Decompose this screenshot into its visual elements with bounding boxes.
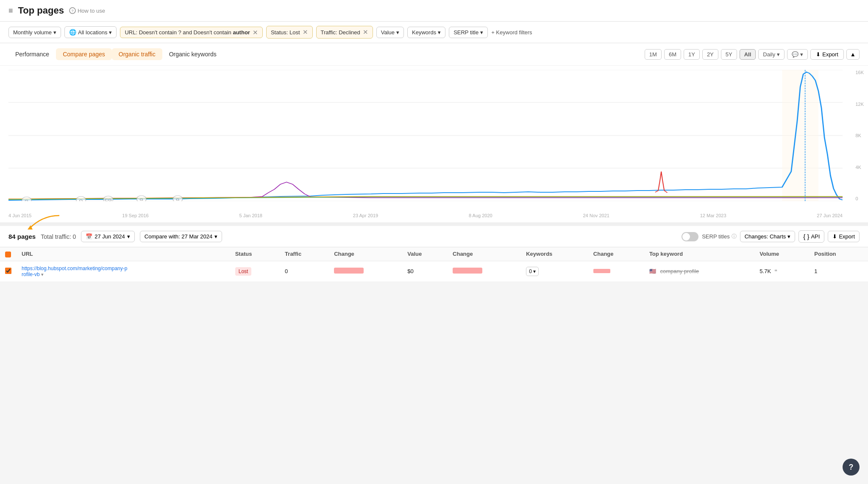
monthly-volume-filter[interactable]: Monthly volume ▾: [8, 27, 61, 38]
row-top-keyword-cell: 🇺🇸 company profile: [644, 261, 754, 282]
row-traffic-cell: 0: [280, 261, 329, 282]
search-icon-btn[interactable]: 💬 ▾: [787, 49, 808, 60]
all-locations-filter[interactable]: 🌐 All locations ▾: [64, 26, 117, 38]
pages-count: 84 pages: [8, 233, 36, 240]
filters-bar: Monthly volume ▾ 🌐 All locations ▾ URL: …: [0, 22, 868, 43]
right-controls: SERP titles ⓘ Changes: Charts ▾ { } API …: [682, 230, 860, 243]
status-filter-close[interactable]: ✕: [303, 28, 308, 36]
col-top-keyword[interactable]: Top keyword: [644, 247, 754, 261]
tab-organic-traffic[interactable]: Organic traffic: [112, 48, 162, 60]
time-1y[interactable]: 1Y: [684, 49, 700, 60]
chart-export-btn[interactable]: ⬇ Export: [810, 49, 844, 60]
quote-icon: ❝: [774, 268, 777, 274]
keywords-dropdown[interactable]: 0 ▾: [526, 267, 539, 276]
arrow-annotation: [25, 213, 68, 230]
changes-charts-btn[interactable]: Changes: Charts ▾: [740, 231, 796, 242]
speech-bubble-icon: 💬: [792, 51, 798, 58]
row-position-cell: 1: [809, 261, 868, 282]
how-to-use-link[interactable]: ? How to use: [69, 7, 105, 14]
y-axis-labels: 16K 12K 8K 4K 0: [855, 70, 864, 201]
col-keywords[interactable]: Keywords: [521, 247, 588, 261]
chart-area: 16K 12K 8K 4K 0: [0, 66, 868, 222]
url-filter-tag: URL: Doesn't contain ? and Doesn't conta…: [120, 27, 262, 38]
page-title: Top pages: [18, 5, 64, 16]
status-filter-tag: Status: Lost ✕: [266, 26, 313, 39]
row-status-cell: Lost: [230, 261, 280, 282]
col-traffic[interactable]: Traffic: [280, 247, 329, 261]
value-filter[interactable]: Value ▾: [376, 27, 404, 38]
table-header-bar: 84 pages Total traffic: 0 📅 27 Jun 2024 …: [0, 226, 868, 247]
globe-icon: 🌐: [69, 29, 76, 36]
svg-text:G: G: [139, 198, 143, 201]
traffic-filter-tag: Traffic: Declined ✕: [316, 26, 373, 39]
flag-icon: 🇺🇸: [649, 268, 656, 274]
help-circle-icon: ?: [69, 7, 76, 14]
export-icon-2: ⬇: [832, 233, 837, 240]
x-axis-labels: 4 Jun 2015 19 Sep 2016 5 Jan 2018 23 Apr…: [8, 213, 843, 218]
svg-text:CG: CG: [105, 198, 112, 201]
interval-dropdown[interactable]: Daily ▾: [758, 49, 785, 60]
row-volume-cell: 5.7K ❝: [754, 261, 809, 282]
api-btn[interactable]: { } API: [798, 230, 824, 243]
time-2y[interactable]: 2Y: [702, 49, 718, 60]
add-keyword-filter[interactable]: + Keyword filters: [491, 29, 532, 36]
export-icon: ⬇: [816, 51, 821, 58]
help-icon-serp: ⓘ: [732, 233, 737, 240]
col-keywords-change[interactable]: Change: [588, 247, 644, 261]
time-1m[interactable]: 1M: [645, 49, 662, 60]
col-volume[interactable]: Volume: [754, 247, 809, 261]
kw-change-bar: [593, 269, 610, 273]
serp-title-filter[interactable]: SERP title ▾: [449, 27, 488, 38]
time-6m[interactable]: 6M: [664, 49, 681, 60]
top-bar: ≡ Top pages ? How to use: [0, 0, 868, 22]
col-value[interactable]: Value: [402, 247, 448, 261]
collapse-chart-btn[interactable]: ▲: [846, 49, 860, 60]
svg-text:?: ?: [71, 9, 73, 13]
total-traffic: Total traffic: 0: [41, 233, 76, 240]
chart-svg: G G CG G G: [8, 70, 843, 201]
url-text[interactable]: https://blog.hubspot.com/marketing/compa…: [22, 266, 127, 271]
col-url[interactable]: URL: [17, 247, 230, 261]
table-export-btn[interactable]: ⬇ Export: [828, 231, 860, 242]
tab-compare-pages[interactable]: Compare pages: [56, 48, 112, 60]
traffic-change-bar: [334, 268, 364, 274]
row-url-cell: https://blog.hubspot.com/marketing/compa…: [17, 261, 230, 282]
traffic-filter-close[interactable]: ✕: [363, 28, 368, 36]
api-icon: { }: [803, 233, 809, 240]
svg-text:G: G: [79, 199, 83, 201]
row-traffic-change-cell: [329, 261, 402, 282]
tab-performance[interactable]: Performance: [8, 48, 56, 60]
time-all[interactable]: All: [740, 49, 756, 60]
menu-icon[interactable]: ≡: [8, 6, 13, 15]
col-traffic-change[interactable]: Change: [329, 247, 402, 261]
serp-titles-toggle[interactable]: [682, 232, 698, 241]
table-section: 84 pages Total traffic: 0 📅 27 Jun 2024 …: [0, 226, 868, 282]
serp-titles-label: SERP titles ⓘ: [702, 233, 737, 240]
chart-section: Performance Compare pages Organic traffi…: [0, 43, 868, 222]
col-status[interactable]: Status: [230, 247, 280, 261]
compare-date-picker[interactable]: Compare with: 27 Mar 2024 ▾: [140, 231, 222, 242]
row-value-cell: $0: [402, 261, 448, 282]
col-checkbox: [0, 247, 17, 261]
table-row: https://blog.hubspot.com/marketing/compa…: [0, 261, 868, 282]
data-table: URL Status Traffic Change Value Change K…: [0, 247, 868, 282]
time-5y[interactable]: 5Y: [721, 49, 737, 60]
url-filter-close[interactable]: ✕: [253, 29, 258, 36]
date-picker[interactable]: 📅 27 Jun 2024 ▾: [81, 231, 135, 242]
calendar-icon: 📅: [86, 233, 92, 240]
tab-organic-keywords[interactable]: Organic keywords: [162, 48, 223, 60]
chart-tabs: Performance Compare pages Organic traffi…: [0, 43, 868, 66]
keywords-filter[interactable]: Keywords ▾: [407, 27, 445, 38]
col-value-change[interactable]: Change: [448, 247, 521, 261]
toggle-knob: [682, 233, 690, 241]
row-checkbox-cell[interactable]: [0, 261, 17, 282]
url-expand-btn[interactable]: ▾: [41, 272, 44, 277]
row-value-change-cell: [448, 261, 521, 282]
chart-controls: 1M 6M 1Y 2Y 5Y All Daily ▾ 💬 ▾ ⬇ Export …: [645, 49, 860, 60]
svg-text:G: G: [176, 198, 180, 201]
row-checkbox[interactable]: [5, 268, 11, 274]
section-divider: [0, 222, 868, 226]
col-position[interactable]: Position: [809, 247, 868, 261]
row-keywords-cell: 0 ▾: [521, 261, 588, 282]
value-change-bar: [453, 268, 482, 274]
